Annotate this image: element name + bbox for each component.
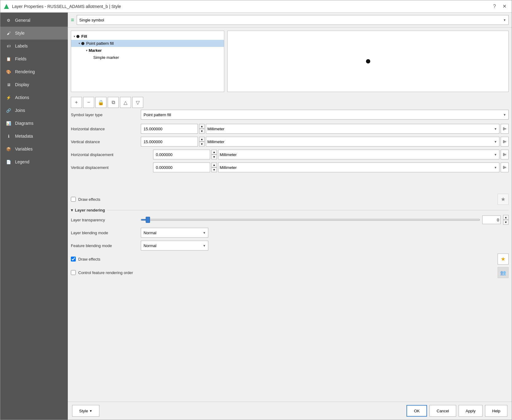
h-displacement-down[interactable]: ▼	[211, 155, 217, 159]
symbol-layer-type-dropdown[interactable]: Point pattern fill	[141, 110, 509, 120]
draw-effects-lr-checkbox-row: Draw effects	[71, 257, 100, 262]
sidebar-item-fields[interactable]: 📋 Fields	[0, 52, 68, 65]
style-button-arrow: ▼	[89, 409, 92, 413]
v-displacement-down[interactable]: ▼	[211, 167, 217, 172]
sidebar-label-actions: Actions	[15, 95, 29, 100]
display-icon: 🖥	[5, 81, 12, 88]
tree-item-marker[interactable]: ▾ Marker	[71, 47, 224, 54]
move-down-button[interactable]: ▽	[132, 97, 143, 108]
transparency-down[interactable]: ▼	[503, 220, 509, 225]
sidebar-item-legend[interactable]: 📄 Legend	[0, 155, 68, 168]
remove-layer-button[interactable]: −	[83, 97, 94, 108]
symbol-selector-row: ≡ Single symbol ▼	[68, 13, 512, 28]
v-displacement-expr-button[interactable]: ⊫	[501, 162, 509, 172]
layer-transparency-number: 0	[497, 218, 499, 222]
symbol-layer-type-label: Symbol layer type	[71, 113, 138, 117]
v-distance-up[interactable]: ▲	[199, 137, 205, 142]
h-displacement-input[interactable]	[153, 150, 210, 159]
control-feature-order-button[interactable]: 👥	[498, 267, 509, 278]
move-up-button[interactable]: △	[120, 97, 131, 108]
titlebar: Layer Properties - RUSSELL_ADAMS allotme…	[0, 0, 512, 13]
titlebar-left: Layer Properties - RUSSELL_ADAMS allotme…	[3, 3, 121, 10]
tree-item-point-pattern-fill[interactable]: ▾ Point pattern fill	[71, 40, 224, 47]
help-button[interactable]: Help	[485, 405, 507, 417]
sidebar-item-metadata[interactable]: ℹ Metadata	[0, 130, 68, 143]
h-displacement-expr-button[interactable]: ⊫	[501, 150, 509, 159]
layer-transparency-track[interactable]	[141, 219, 480, 221]
tree-item-simple-marker[interactable]: Simple marker	[71, 54, 224, 61]
lock-layer-button[interactable]: 🔒	[95, 97, 106, 108]
control-feature-checkbox[interactable]	[71, 270, 76, 275]
draw-effects-top-row: Draw effects ★	[71, 194, 509, 205]
apply-button[interactable]: Apply	[459, 405, 483, 417]
control-feature-checkbox-row: Control feature rendering order	[71, 270, 133, 275]
v-displacement-up[interactable]: ▲	[211, 162, 217, 167]
h-distance-expr-button[interactable]: ⊫	[501, 124, 509, 134]
symbol-layer-type-select-wrapper: Point pattern fill ▼	[141, 110, 509, 120]
transparency-up[interactable]: ▲	[503, 215, 509, 220]
v-distance-unit[interactable]: Millimeter	[206, 137, 499, 147]
h-distance-up[interactable]: ▲	[199, 124, 205, 129]
v-distance-input[interactable]	[141, 137, 198, 147]
sidebar-item-diagrams[interactable]: 📊 Diagrams	[0, 117, 68, 130]
layer-transparency-thumb[interactable]	[146, 217, 150, 223]
sidebar-item-actions[interactable]: ⚡ Actions	[0, 91, 68, 104]
h-distance-down[interactable]: ▼	[199, 129, 205, 134]
sidebar-label-diagrams: Diagrams	[15, 121, 33, 126]
sidebar-item-general[interactable]: ⚙ General	[0, 14, 68, 27]
vertical-displacement-row: Vertical displacement ▲ ▼ Millimeter ▼	[71, 162, 509, 172]
layer-blending-dropdown[interactable]: Normal	[141, 228, 208, 238]
control-feature-order-row: Control feature rendering order 👥	[71, 267, 509, 278]
single-symbol-icon: ≡	[71, 17, 74, 23]
sidebar-item-joins[interactable]: 🔗 Joins	[0, 104, 68, 117]
symbol-tree-area: ▾ Fill ▾ Point pattern fill ▾ Marker	[68, 28, 512, 95]
v-displacement-unit[interactable]: Millimeter	[218, 162, 499, 172]
rendering-icon: 🎨	[5, 68, 12, 75]
v-displacement-label: Vertical displacement	[71, 165, 151, 170]
sidebar-item-labels[interactable]: 🏷 Labels	[0, 40, 68, 52]
ok-button[interactable]: OK	[406, 405, 427, 417]
h-distance-unit[interactable]: Millimeter	[206, 124, 499, 134]
draw-effects-lr-checkbox[interactable]	[71, 257, 76, 262]
variables-icon: 📦	[5, 146, 12, 152]
feature-blending-dropdown[interactable]: Normal	[141, 241, 208, 250]
sidebar-item-rendering[interactable]: 🎨 Rendering	[0, 65, 68, 78]
layer-rendering-chevron: ▾	[71, 208, 73, 212]
ppf-label: Point pattern fill	[86, 41, 114, 46]
cancel-button[interactable]: Cancel	[429, 405, 456, 417]
h-displacement-up[interactable]: ▲	[211, 150, 217, 155]
draw-effects-top-label: Draw effects	[78, 197, 100, 202]
h-distance-input[interactable]	[141, 124, 198, 134]
v-displacement-spinner: ▲ ▼	[211, 162, 217, 172]
help-window-button[interactable]: ?	[490, 2, 499, 11]
single-symbol-dropdown[interactable]: Single symbol	[77, 15, 509, 25]
v-displacement-input[interactable]	[153, 162, 210, 172]
style-button[interactable]: Style ▼	[72, 405, 99, 417]
sidebar-item-variables[interactable]: 📦 Variables	[0, 143, 68, 155]
symbol-tree: ▾ Fill ▾ Point pattern fill ▾ Marker	[71, 31, 224, 92]
sidebar-label-style: Style	[15, 31, 25, 36]
right-panel: ≡ Single symbol ▼ ▾ Fill	[68, 13, 512, 420]
h-displacement-spinner: ▲ ▼	[211, 150, 217, 159]
h-displacement-unit[interactable]: Millimeter	[218, 150, 499, 159]
draw-effects-star-button[interactable]: ★	[498, 254, 509, 265]
draw-effects-top-star-button[interactable]: ★	[498, 194, 509, 205]
h-displacement-unit-wrapper: Millimeter ▼	[218, 150, 499, 159]
v-distance-expr-button[interactable]: ⊫	[501, 137, 509, 147]
add-layer-button[interactable]: +	[71, 97, 82, 108]
v-distance-down[interactable]: ▼	[199, 142, 205, 147]
tree-item-fill[interactable]: ▾ Fill	[71, 33, 224, 40]
simple-marker-label: Simple marker	[93, 55, 119, 60]
close-window-button[interactable]: ✕	[500, 2, 509, 11]
sidebar-item-display[interactable]: 🖥 Display	[0, 78, 68, 91]
draw-effects-top-checkbox[interactable]	[71, 197, 76, 202]
app-icon	[3, 3, 10, 10]
v-distance-input-group: ▲ ▼ Millimeter ▼ ⊫	[141, 137, 509, 147]
vertical-distance-row: Vertical distance ▲ ▼ Millimeter ▼	[71, 137, 509, 147]
duplicate-layer-button[interactable]: ⧉	[108, 97, 119, 108]
sidebar-item-style[interactable]: 🖌 Style	[0, 27, 68, 40]
diagrams-icon: 📊	[5, 120, 12, 127]
sidebar-label-variables: Variables	[15, 147, 33, 151]
joins-icon: 🔗	[5, 107, 12, 114]
sidebar-label-joins: Joins	[15, 108, 25, 113]
